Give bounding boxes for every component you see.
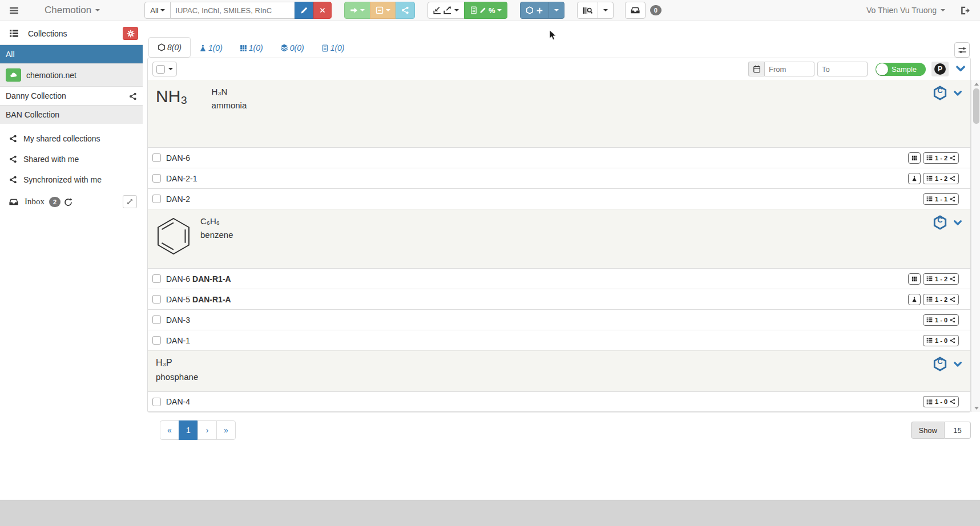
- tab-screens[interactable]: 0(0): [272, 38, 313, 58]
- page-current[interactable]: 1: [179, 420, 198, 440]
- date-from-input[interactable]: [764, 62, 814, 76]
- row-checkbox[interactable]: [152, 174, 161, 183]
- sidebar-item-ban-collection[interactable]: BAN Collection: [0, 105, 143, 124]
- reaction-badge[interactable]: [908, 294, 921, 305]
- analyses-badge[interactable]: 1 - 2: [923, 173, 959, 184]
- molecule-c-icon[interactable]: C: [933, 357, 947, 371]
- molecule-name: phosphane: [156, 372, 198, 382]
- row-checkbox[interactable]: [152, 195, 161, 203]
- share-icon[interactable]: [129, 91, 137, 100]
- analyses-badge[interactable]: 1 - 0: [923, 335, 959, 346]
- create-sample-button[interactable]: [520, 2, 549, 19]
- select-all-dropdown[interactable]: [152, 62, 177, 76]
- select-all-checkbox[interactable]: [156, 65, 165, 74]
- report-button[interactable]: %: [464, 2, 507, 19]
- tab-reactions[interactable]: 1(0): [191, 38, 231, 58]
- sample-row[interactable]: DAN-2-1 1 - 2: [148, 168, 970, 188]
- refresh-icon[interactable]: [64, 197, 72, 207]
- brand-label: Chemotion: [45, 5, 91, 16]
- row-checkbox[interactable]: [152, 398, 161, 406]
- remove-from-collection-button[interactable]: [370, 2, 396, 19]
- analyses-badge[interactable]: 1 - 0: [923, 396, 959, 407]
- reaction-badge[interactable]: [908, 173, 921, 184]
- inbox-button[interactable]: [625, 2, 646, 19]
- row-checkbox[interactable]: [152, 153, 161, 162]
- sample-row[interactable]: DAN-2 1 - 1: [148, 188, 970, 209]
- scroll-down-arrow[interactable]: [972, 404, 980, 412]
- caret-down-icon: [160, 9, 165, 11]
- sample-row[interactable]: DAN-1 1 - 0: [148, 330, 970, 350]
- share-button[interactable]: [396, 2, 415, 19]
- flask-icon: [199, 44, 207, 52]
- list-options-button[interactable]: [954, 42, 970, 58]
- page-size-input[interactable]: [945, 422, 971, 439]
- analyses-badge[interactable]: 1 - 2: [923, 152, 959, 164]
- gear-icon: [127, 30, 135, 38]
- document-icon: [470, 6, 478, 14]
- date-to-input[interactable]: [817, 62, 868, 76]
- page-last-button[interactable]: »: [216, 420, 236, 440]
- molecule-group-header[interactable]: C₆H₆ benzene C: [148, 209, 970, 268]
- chevron-down-icon[interactable]: [955, 64, 966, 75]
- sidebar-item-all[interactable]: All: [0, 44, 143, 63]
- sidebar-inbox[interactable]: Inbox 2: [0, 190, 143, 213]
- clear-search-button[interactable]: [313, 2, 332, 19]
- show-button[interactable]: Show: [911, 422, 945, 439]
- tab-samples[interactable]: 8(0): [148, 37, 191, 58]
- molecule-c-icon[interactable]: C: [933, 215, 947, 230]
- analyses-badge[interactable]: 1 - 2: [923, 273, 959, 285]
- sample-mode-toggle[interactable]: Sample: [876, 63, 926, 76]
- import-export-button[interactable]: [428, 2, 465, 19]
- brand-menu[interactable]: Chemotion: [45, 5, 100, 16]
- product-filter-button[interactable]: P: [931, 62, 949, 76]
- collections-settings-button[interactable]: [123, 27, 138, 40]
- percent-icon: %: [489, 6, 495, 15]
- molecule-group-header[interactable]: H₃P phosphane C: [148, 350, 970, 391]
- molecule-group-header[interactable]: NH₃ H₃N ammonia C: [148, 80, 970, 147]
- scrollbar-thumb[interactable]: [973, 88, 979, 124]
- search-input[interactable]: [171, 2, 295, 19]
- sample-row[interactable]: DAN-5DAN-R1-A 1 - 2: [148, 289, 970, 309]
- sidebar-link-my-shared-collections[interactable]: My shared collections: [0, 128, 143, 149]
- wellplate-badge[interactable]: [908, 273, 921, 285]
- user-menu[interactable]: Vo Thien Vu Truong: [866, 6, 945, 15]
- row-checkbox[interactable]: [152, 295, 161, 304]
- export-icon: [443, 6, 452, 15]
- analyses-badge[interactable]: 1 - 1: [923, 193, 959, 205]
- barcode-scan-button[interactable]: [577, 2, 598, 19]
- page-next-button[interactable]: ›: [197, 420, 217, 440]
- inbox-fullscreen-button[interactable]: [123, 195, 137, 208]
- structure-search-button[interactable]: [295, 2, 314, 19]
- analyses-badge[interactable]: 1 - 2: [923, 294, 959, 305]
- sidebar-item-danny-collection[interactable]: Danny Collection: [0, 86, 143, 105]
- molecule-c-icon[interactable]: C: [933, 86, 947, 100]
- hamburger-menu-icon[interactable]: [9, 5, 26, 15]
- tab-research-plans[interactable]: 1(0): [313, 38, 353, 58]
- sign-out-icon[interactable]: [960, 5, 970, 15]
- sidebar-item-chemotion-net[interactable]: chemotion.net: [0, 63, 143, 86]
- chevron-down-icon[interactable]: [953, 359, 962, 369]
- row-checkbox[interactable]: [152, 274, 161, 283]
- toggle-knob: [876, 63, 888, 75]
- sidebar-link-shared-with-me[interactable]: Shared with me: [0, 149, 143, 169]
- analyses-badge[interactable]: 1 - 0: [923, 314, 959, 326]
- sample-row[interactable]: DAN-6 1 - 2: [148, 147, 970, 168]
- page-first-button[interactable]: «: [160, 420, 179, 440]
- scanner-dropdown[interactable]: [598, 2, 614, 19]
- sample-row[interactable]: DAN-6DAN-R1-A 1 - 2: [148, 268, 970, 289]
- scroll-up-arrow[interactable]: [972, 80, 980, 88]
- chevron-down-icon[interactable]: [953, 217, 962, 228]
- chevron-down-icon[interactable]: [953, 88, 962, 98]
- move-to-collection-button[interactable]: [344, 2, 370, 19]
- sample-row[interactable]: DAN-3 1 - 0: [148, 309, 970, 330]
- sidebar-link-synchronized-with-me[interactable]: Synchronized with me: [0, 169, 143, 190]
- create-element-dropdown[interactable]: [549, 2, 564, 19]
- list-scrollbar[interactable]: [971, 80, 980, 412]
- wellplate-badge[interactable]: [908, 152, 921, 164]
- sample-row[interactable]: DAN-4 1 - 0: [148, 391, 970, 412]
- row-checkbox[interactable]: [152, 336, 161, 345]
- search-scope-button[interactable]: All: [144, 2, 171, 19]
- tab-wellplates[interactable]: 1(0): [231, 38, 272, 58]
- row-checkbox[interactable]: [152, 315, 161, 324]
- navbar-right: Vo Thien Vu Truong: [866, 5, 980, 15]
